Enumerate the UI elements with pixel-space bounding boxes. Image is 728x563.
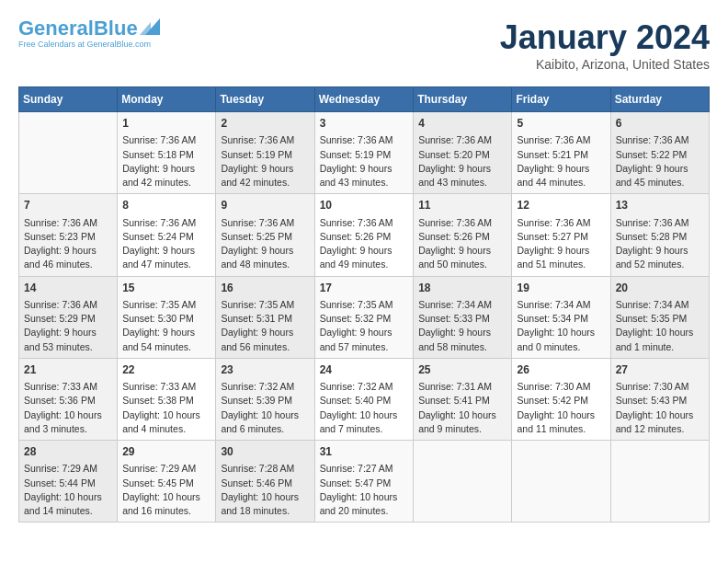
- header-cell-saturday: Saturday: [610, 87, 709, 112]
- daylight-text: Daylight: 9 hours and 58 minutes.: [418, 327, 491, 351]
- day-cell: 4Sunrise: 7:36 AMSunset: 5:20 PMDaylight…: [414, 112, 512, 194]
- day-number: 24: [320, 362, 409, 378]
- day-number: 12: [517, 198, 605, 213]
- daylight-text: Daylight: 9 hours and 45 minutes.: [616, 163, 688, 188]
- day-number: 2: [221, 116, 309, 132]
- week-row-3: 14Sunrise: 7:36 AMSunset: 5:29 PMDayligh…: [19, 276, 710, 358]
- day-cell: 2Sunrise: 7:36 AMSunset: 5:19 PMDaylight…: [216, 112, 314, 194]
- daylight-text: Daylight: 9 hours and 52 minutes.: [616, 245, 688, 270]
- sunset-text: Sunset: 5:44 PM: [24, 477, 96, 488]
- sunset-text: Sunset: 5:39 PM: [221, 395, 292, 406]
- daylight-text: Daylight: 9 hours and 43 minutes.: [320, 163, 392, 188]
- sunrise-text: Sunrise: 7:27 AM: [320, 463, 393, 474]
- month-title: January 2024: [500, 18, 710, 57]
- location: Kaibito, Arizona, United States: [500, 57, 710, 72]
- day-cell: 26Sunrise: 7:30 AMSunset: 5:42 PMDayligh…: [512, 358, 610, 440]
- day-number: 16: [221, 281, 309, 296]
- sunrise-text: Sunrise: 7:30 AM: [517, 381, 590, 392]
- header-cell-wednesday: Wednesday: [314, 87, 414, 112]
- day-number: 13: [616, 198, 704, 213]
- daylight-text: Daylight: 9 hours and 49 minutes.: [320, 245, 392, 270]
- day-cell: 15Sunrise: 7:35 AMSunset: 5:30 PMDayligh…: [118, 276, 216, 358]
- sunset-text: Sunset: 5:38 PM: [122, 395, 194, 406]
- daylight-text: Daylight: 9 hours and 50 minutes.: [418, 245, 491, 270]
- day-number: 3: [320, 116, 409, 132]
- sunset-text: Sunset: 5:27 PM: [517, 231, 588, 242]
- day-cell: [414, 441, 512, 523]
- header-cell-tuesday: Tuesday: [216, 87, 314, 112]
- sunrise-text: Sunrise: 7:29 AM: [122, 463, 196, 474]
- day-cell: 28Sunrise: 7:29 AMSunset: 5:44 PMDayligh…: [19, 441, 118, 523]
- day-cell: 1Sunrise: 7:36 AMSunset: 5:18 PMDaylight…: [118, 112, 216, 194]
- daylight-text: Daylight: 10 hours and 0 minutes.: [517, 327, 595, 351]
- logo-icon: [140, 18, 160, 35]
- day-number: 23: [221, 362, 309, 378]
- sunset-text: Sunset: 5:31 PM: [221, 313, 292, 324]
- day-number: 27: [616, 362, 704, 378]
- sunset-text: Sunset: 5:43 PM: [616, 395, 688, 406]
- sunrise-text: Sunrise: 7:35 AM: [221, 299, 294, 310]
- sunset-text: Sunset: 5:19 PM: [320, 149, 392, 160]
- sunset-text: Sunset: 5:22 PM: [616, 149, 688, 160]
- sunset-text: Sunset: 5:32 PM: [320, 313, 392, 324]
- daylight-text: Daylight: 10 hours and 16 minutes.: [122, 491, 200, 516]
- daylight-text: Daylight: 9 hours and 44 minutes.: [517, 163, 589, 188]
- header-cell-sunday: Sunday: [19, 87, 118, 112]
- sunrise-text: Sunrise: 7:31 AM: [418, 381, 492, 392]
- day-number: 25: [418, 362, 506, 378]
- week-row-4: 21Sunrise: 7:33 AMSunset: 5:36 PMDayligh…: [19, 358, 710, 440]
- sunset-text: Sunset: 5:23 PM: [24, 231, 96, 242]
- day-cell: 27Sunrise: 7:30 AMSunset: 5:43 PMDayligh…: [610, 358, 709, 440]
- daylight-text: Daylight: 10 hours and 12 minutes.: [616, 409, 694, 434]
- sunrise-text: Sunrise: 7:36 AM: [221, 134, 294, 145]
- sunrise-text: Sunrise: 7:36 AM: [418, 134, 492, 145]
- sunset-text: Sunset: 5:29 PM: [24, 313, 96, 324]
- sunset-text: Sunset: 5:20 PM: [418, 149, 490, 160]
- sunrise-text: Sunrise: 7:36 AM: [616, 134, 689, 145]
- sunrise-text: Sunrise: 7:36 AM: [24, 299, 97, 310]
- day-number: 20: [616, 281, 704, 296]
- sunrise-text: Sunrise: 7:28 AM: [221, 463, 294, 474]
- day-number: 15: [122, 281, 210, 296]
- day-number: 8: [122, 198, 210, 213]
- daylight-text: Daylight: 9 hours and 54 minutes.: [122, 327, 195, 351]
- daylight-text: Daylight: 9 hours and 46 minutes.: [24, 245, 97, 270]
- day-cell: 6Sunrise: 7:36 AMSunset: 5:22 PMDaylight…: [610, 112, 709, 194]
- day-cell: 31Sunrise: 7:27 AMSunset: 5:47 PMDayligh…: [314, 441, 414, 523]
- day-cell: [512, 441, 610, 523]
- day-cell: 30Sunrise: 7:28 AMSunset: 5:46 PMDayligh…: [216, 441, 314, 523]
- day-cell: 3Sunrise: 7:36 AMSunset: 5:19 PMDaylight…: [314, 112, 414, 194]
- daylight-text: Daylight: 10 hours and 9 minutes.: [418, 409, 496, 434]
- day-cell: 7Sunrise: 7:36 AMSunset: 5:23 PMDaylight…: [19, 194, 118, 276]
- day-cell: 22Sunrise: 7:33 AMSunset: 5:38 PMDayligh…: [118, 358, 216, 440]
- sunrise-text: Sunrise: 7:35 AM: [122, 299, 196, 310]
- day-cell: [610, 441, 709, 523]
- sunset-text: Sunset: 5:40 PM: [320, 395, 392, 406]
- day-number: 7: [24, 198, 112, 213]
- sunset-text: Sunset: 5:34 PM: [517, 313, 588, 324]
- day-cell: 11Sunrise: 7:36 AMSunset: 5:26 PMDayligh…: [414, 194, 512, 276]
- sunrise-text: Sunrise: 7:34 AM: [418, 299, 492, 310]
- logo-tagline: Free Calendars at GeneralBlue.com: [18, 40, 151, 49]
- sunset-text: Sunset: 5:41 PM: [418, 395, 490, 406]
- day-number: 17: [320, 281, 409, 296]
- day-cell: 20Sunrise: 7:34 AMSunset: 5:35 PMDayligh…: [610, 276, 709, 358]
- sunrise-text: Sunrise: 7:36 AM: [24, 217, 97, 228]
- header-row: SundayMondayTuesdayWednesdayThursdayFrid…: [19, 87, 710, 112]
- day-cell: 25Sunrise: 7:31 AMSunset: 5:41 PMDayligh…: [414, 358, 512, 440]
- day-number: 14: [24, 281, 112, 296]
- week-row-2: 7Sunrise: 7:36 AMSunset: 5:23 PMDaylight…: [19, 194, 710, 276]
- sunset-text: Sunset: 5:21 PM: [517, 149, 588, 160]
- sunset-text: Sunset: 5:28 PM: [616, 231, 688, 242]
- sunset-text: Sunset: 5:26 PM: [418, 231, 490, 242]
- day-cell: 24Sunrise: 7:32 AMSunset: 5:40 PMDayligh…: [314, 358, 414, 440]
- sunset-text: Sunset: 5:36 PM: [24, 395, 96, 406]
- logo: GeneralBlue Free Calendars at GeneralBlu…: [18, 18, 160, 49]
- sunrise-text: Sunrise: 7:36 AM: [320, 217, 393, 228]
- day-cell: 17Sunrise: 7:35 AMSunset: 5:32 PMDayligh…: [314, 276, 414, 358]
- logo-text: GeneralBlue: [18, 18, 138, 39]
- daylight-text: Daylight: 10 hours and 20 minutes.: [320, 491, 398, 516]
- day-cell: 13Sunrise: 7:36 AMSunset: 5:28 PMDayligh…: [610, 194, 709, 276]
- sunrise-text: Sunrise: 7:34 AM: [616, 299, 689, 310]
- sunset-text: Sunset: 5:24 PM: [122, 231, 194, 242]
